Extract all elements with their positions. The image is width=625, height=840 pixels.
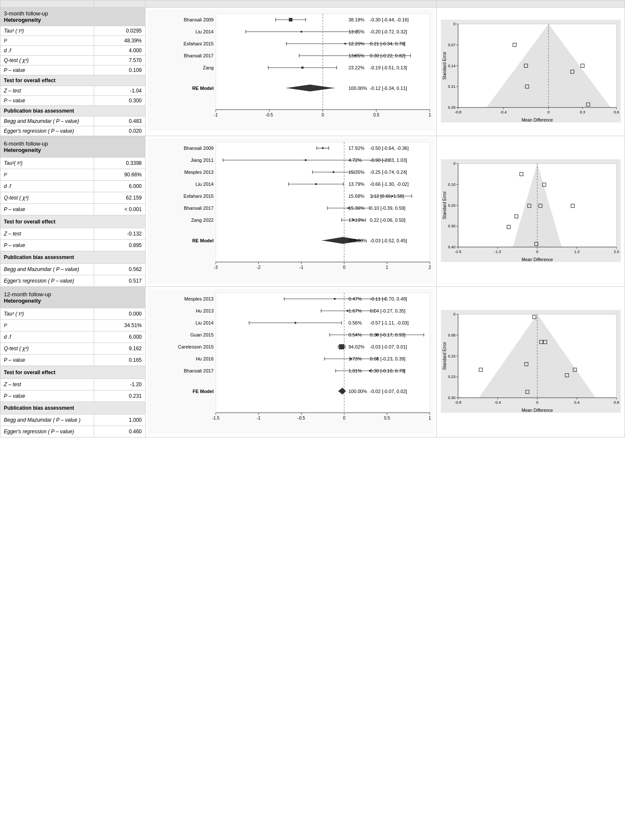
svg-text:0.6: 0.6: [613, 110, 619, 114]
svg-text:-2.5: -2.5: [455, 250, 461, 254]
svg-text:Standard Error: Standard Error: [442, 191, 447, 219]
svg-text:0.3: 0.3: [580, 110, 585, 114]
funnel-plot: -2.5-1.301.32.500.100.200.300.40Mean Dif…: [441, 159, 621, 262]
svg-text:-0.5: -0.5: [265, 113, 273, 117]
svg-text:RE Model: RE Model: [192, 86, 214, 91]
stat-value: 48.39%: [94, 36, 146, 46]
stat-value: 9.162: [94, 343, 146, 354]
svg-text:-0.25 [-0.74, 0.24]: -0.25 [-0.74, 0.24]: [370, 170, 407, 175]
svg-text:38.18%: 38.18%: [348, 17, 365, 22]
svg-rect-13: [301, 31, 302, 33]
svg-text:Bhansali 2009: Bhansali 2009: [184, 17, 214, 22]
svg-text:-0.4: -0.4: [494, 400, 501, 405]
svg-text:Standard Error: Standard Error: [442, 342, 447, 370]
svg-rect-216: [295, 322, 296, 324]
svg-text:-0.11 [-0.70, 0.48]: -0.11 [-0.70, 0.48]: [370, 296, 407, 301]
svg-text:1: 1: [429, 113, 431, 117]
svg-text:1.3: 1.3: [574, 250, 580, 254]
forest-plot: Bhansali 200938.18%-0.30 [-0.44, -0.16]L…: [147, 9, 434, 131]
svg-text:13.35%: 13.35%: [348, 53, 365, 58]
svg-rect-109: [333, 171, 334, 173]
overall-stat-label: P – value: [0, 239, 94, 251]
bias-stat-label: Begg and Mazumdar ( P – value ): [0, 414, 94, 426]
bias-stat-label: Egger's regression ( P – value): [0, 126, 94, 136]
svg-text:-0.8: -0.8: [455, 400, 461, 405]
overall-header: Test for overall effect: [0, 75, 146, 86]
svg-text:1.67%: 1.67%: [348, 308, 362, 313]
stat-label: I²: [0, 36, 94, 46]
forest-cell-3month: Bhansali 200938.18%-0.30 [-0.44, -0.16]L…: [146, 8, 437, 136]
svg-text:RE Model: RE Model: [192, 238, 214, 243]
svg-text:Hu 2013: Hu 2013: [196, 308, 214, 313]
svg-text:Zang 2022: Zang 2022: [191, 217, 214, 223]
header-row: [0, 0, 625, 8]
stat-label: d .f: [0, 331, 94, 343]
svg-text:12.20%: 12.20%: [348, 41, 365, 46]
svg-text:-0.66 [-1.30, -0.02]: -0.66 [-1.30, -0.02]: [370, 182, 409, 187]
bias-stat-value: 0.020: [94, 126, 146, 136]
svg-rect-116: [315, 183, 317, 185]
svg-text:-1.5: -1.5: [212, 416, 220, 420]
svg-text:-0.30 [-0.44, -0.16]: -0.30 [-0.44, -0.16]: [370, 17, 409, 22]
svg-text:Liu 2014: Liu 2014: [196, 29, 214, 34]
stat-label: Q-test ( χ²): [0, 343, 94, 354]
svg-text:0.5: 0.5: [384, 416, 390, 420]
svg-text:-0.5: -0.5: [298, 416, 305, 420]
svg-text:Bhansali 2017: Bhansali 2017: [184, 53, 214, 58]
statistics-header: [94, 0, 146, 8]
overall-stat-value: 0.300: [94, 96, 146, 106]
svg-text:0.21: 0.21: [448, 84, 455, 89]
svg-text:0.23: 0.23: [448, 375, 455, 379]
bias-stat-label: Egger's regression ( P – value): [0, 426, 94, 437]
overall-stat-label: Z – test: [0, 86, 94, 96]
bias-stat-value: 0.483: [94, 116, 146, 126]
svg-text:0: 0: [453, 22, 455, 26]
forest-cell-6month: Bhansali 200917.92%-0.50 [-0.64, -0.36]J…: [146, 136, 437, 287]
svg-text:0.40: 0.40: [448, 245, 455, 249]
bias-stat-label: Egger's regression ( P – value): [0, 275, 94, 286]
svg-text:1.01%: 1.01%: [348, 368, 362, 373]
svg-text:-0.4: -0.4: [500, 110, 506, 114]
stat-label: d .f: [0, 181, 94, 192]
stat-value: 0.3398: [94, 158, 146, 169]
forest-header: [146, 0, 437, 8]
stat-value: 0.000: [94, 308, 146, 320]
svg-text:15.36%: 15.36%: [348, 206, 365, 211]
svg-text:0.30 [-0.22, 0.82]: 0.30 [-0.22, 0.82]: [370, 53, 405, 58]
forest-plot: Mesples 20130.47%-0.11 [-0.70, 0.48]Hu 2…: [147, 289, 434, 434]
funnel-plot: -0.8-0.400.30.600.070.140.210.28Mean Dif…: [441, 20, 621, 122]
svg-text:Standard Error: Standard Error: [442, 51, 447, 80]
svg-text:-1: -1: [214, 113, 218, 117]
svg-text:15.35%: 15.35%: [348, 170, 365, 175]
svg-text:2.5: 2.5: [613, 250, 619, 254]
stat-value: 0.0295: [94, 26, 146, 36]
stat-value: < 0.001: [94, 204, 146, 215]
svg-text:0: 0: [536, 250, 538, 254]
svg-text:0.28: 0.28: [448, 105, 455, 110]
svg-text:Carelesson 2015: Carelesson 2015: [178, 344, 214, 349]
section-header-6month: 6-month follow-upHeterogeneityBhansali 2…: [0, 136, 625, 158]
forest-cell-12month: Mesples 20130.47%-0.11 [-0.70, 0.48]Hu 2…: [146, 287, 437, 438]
stat-value: 4.000: [94, 46, 146, 56]
svg-text:Esfahani 2015: Esfahani 2015: [184, 41, 214, 46]
overall-stat-value: -0.132: [94, 228, 146, 239]
section-title: 12-month follow-upHeterogeneity: [0, 287, 146, 308]
svg-text:-1: -1: [257, 416, 261, 420]
stat-label: Tau² ( τ²): [0, 308, 94, 320]
funnel-header: [437, 0, 625, 8]
svg-text:-0.8: -0.8: [455, 110, 461, 114]
svg-text:0.14: 0.14: [448, 64, 455, 68]
svg-text:Guan 2015: Guan 2015: [190, 332, 214, 337]
stat-label: d .f: [0, 46, 94, 56]
stat-label: Tau² ( τ²): [0, 26, 94, 36]
svg-rect-34: [301, 66, 304, 69]
svg-text:Mean Difference: Mean Difference: [521, 408, 553, 413]
svg-text:-0.50 [-0.64, -0.36]: -0.50 [-0.64, -0.36]: [370, 146, 409, 151]
bias-stat-value: 1.000: [94, 414, 146, 426]
stat-label: Q-test ( χ²): [0, 56, 94, 66]
bias-stat-value: 0.562: [94, 264, 146, 275]
section-title: 6-month follow-upHeterogeneity: [0, 136, 146, 158]
svg-text:Mean Difference: Mean Difference: [521, 118, 553, 122]
funnel-cell-12month: -0.8-0.400.40.800.080.150.230.30Mean Dif…: [437, 287, 625, 438]
svg-text:100.00%: 100.00%: [348, 86, 367, 91]
